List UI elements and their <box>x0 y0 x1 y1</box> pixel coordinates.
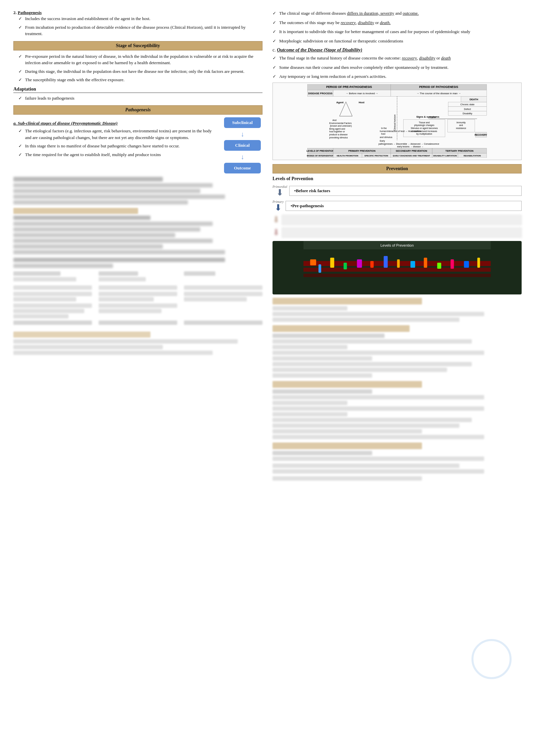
svg-rect-78 <box>319 264 321 273</box>
svg-text:Chronic state: Chronic state <box>460 103 474 106</box>
svg-text:host: host <box>381 133 386 135</box>
svg-text:MODES OF INTERVENTION: MODES OF INTERVENTION <box>307 154 334 157</box>
svg-text:provoking stimulus: provoking stimulus <box>329 136 348 139</box>
recovery-text: recovery <box>341 20 356 25</box>
svg-text:SPECIFIC PROTECTION: SPECIFIC PROTECTION <box>364 154 389 157</box>
prevention-item-tertiary: ⬇ <box>273 228 522 238</box>
subsection-a-label: a. Sub-clinical stages of disease (Presy… <box>13 121 219 126</box>
diag-arrow-1: ↓ <box>241 131 244 137</box>
svg-text:and: and <box>459 124 463 126</box>
svg-rect-89 <box>464 261 469 268</box>
subsection-a-list: The etiological factors (e.g. infectious… <box>13 128 219 158</box>
pathogenesis-header: Pathogenesis <box>13 105 262 115</box>
subsection-a-title: Sub-clinical stages of disease (Presympt… <box>18 121 118 126</box>
prevention-header: Prevention <box>273 164 522 173</box>
svg-text:EARLY DIAGNOSIS AND TREATMENT: EARLY DIAGNOSIS AND TREATMENT <box>393 154 430 157</box>
prevention-item-secondary: ⬇ <box>273 215 522 225</box>
svg-rect-90 <box>477 258 480 268</box>
svg-text:Defect: Defect <box>464 108 471 110</box>
section-2-list: Includes the success invasion and establ… <box>13 15 262 37</box>
outcome-item-1: The final stage in the natural history o… <box>273 55 522 61</box>
svg-rect-85 <box>411 261 415 268</box>
color-visualization: Levels of Prevention <box>273 241 522 294</box>
svg-text:TERTIARY PREVENTION: TERTIARY PREVENTION <box>445 149 473 152</box>
svg-text:(known and unknown): (known and unknown) <box>330 125 352 127</box>
diag-box-clinical: Clinical <box>224 140 261 151</box>
susc-item-1: Pre-exposure period in the natural histo… <box>18 53 262 66</box>
outcome-disease-title: Outcome of the Disease (Stage of Disabil… <box>277 47 362 52</box>
left-column: 2. Pathogenesis Includes the success inv… <box>13 10 262 746</box>
death-text: death. <box>380 20 391 25</box>
svg-text:PRIMARY PREVENTION: PRIMARY PREVENTION <box>348 149 376 152</box>
section-number: 2. <box>13 10 17 15</box>
svg-text:RECOVERY: RECOVERY <box>474 134 487 136</box>
outcome-list: The final stage in the natural history o… <box>273 55 522 80</box>
svg-text:→ The course of the disease in: → The course of the disease in man → <box>417 92 461 95</box>
right-item-1: The clinical stage of different diseases… <box>273 10 522 17</box>
watermark <box>471 639 512 679</box>
right-item-4: Morphologic subdivision or on functional… <box>273 38 522 44</box>
susceptibility-list: Pre-exposure period in the natural histo… <box>13 53 262 83</box>
svg-text:PERIOD OF PRE-PATHOGENESIS: PERIOD OF PRE-PATHOGENESIS <box>326 85 372 89</box>
blurred-right-2 <box>273 325 522 378</box>
susceptibility-header: Stage of Susceptibility <box>13 41 262 50</box>
primary-text: •Pre-pathogenesis <box>291 203 324 208</box>
svg-text:PERIOD OF PATHOGENESIS: PERIOD OF PATHOGENESIS <box>419 85 458 89</box>
section-2-item-1: Includes the success invasion and establ… <box>18 15 262 22</box>
svg-text:And: And <box>332 119 336 121</box>
primordial-arrow-icon: ⬇ <box>276 188 284 197</box>
section-2-item-2: From incubation period to production of … <box>18 24 262 37</box>
svg-text:Levels of Prevention: Levels of Prevention <box>381 243 414 247</box>
rec2: recovery <box>402 55 417 60</box>
subA-item-1: The etiological factors (e.g. infectious… <box>18 128 219 141</box>
svg-text:by multiplication: by multiplication <box>416 133 432 135</box>
svg-text:resistance: resistance <box>456 127 466 129</box>
svg-rect-80 <box>344 263 347 269</box>
outcome-text: outcome. <box>403 11 419 16</box>
svg-text:Early: Early <box>380 140 385 142</box>
blurred-text-2 <box>13 216 262 254</box>
functional-text: functional <box>334 38 352 43</box>
svg-text:DISABILITY LIMITATION: DISABILITY LIMITATION <box>433 154 457 157</box>
right-top-list: The clinical stage of different diseases… <box>273 10 522 44</box>
svg-text:and stimulus: and stimulus <box>380 136 393 138</box>
svg-text:LEVELS OF PREVENTION: LEVELS OF PREVENTION <box>307 149 334 152</box>
svg-text:pathogeneses → Discernible → A: pathogeneses → Discernible → Advanced → … <box>379 142 439 145</box>
blurred-section-2 <box>13 208 262 254</box>
svg-rect-84 <box>397 259 400 268</box>
svg-text:SECONDARY PREVENTION: SECONDARY PREVENTION <box>396 149 427 152</box>
right-item-3: It is important to subdivide this stage … <box>273 28 522 35</box>
svg-rect-87 <box>437 263 441 269</box>
diag-box-outcome: Outcome <box>224 163 261 173</box>
viz-svg: Levels of Prevention <box>273 241 522 294</box>
primary-box: •Pre-pathogenesis <box>286 201 522 211</box>
page: 2. Pathogenesis Includes the success inv… <box>0 0 535 756</box>
prevention-levels-label: Levels of Prevention <box>273 176 522 181</box>
svg-text:early lesions → disease →: early lesions → disease → <box>397 145 424 148</box>
subclinical-section: a. Sub-clinical stages of disease (Presy… <box>13 117 262 173</box>
svg-rect-79 <box>330 258 334 268</box>
blurred-right-1 <box>273 298 522 322</box>
blurred-right-3 <box>273 381 522 439</box>
svg-text:Bring agent and: Bring agent and <box>329 127 345 130</box>
susc-item-3: The susceptibility stage ends with the e… <box>18 77 262 83</box>
dis2: disability <box>419 55 435 60</box>
disease-progression-svg: PERIOD OF PRE-PATHOGENESIS PERIOD OF PAT… <box>274 84 520 158</box>
svg-text:Signs & symptoms: Signs & symptoms <box>416 115 439 118</box>
svg-rect-82 <box>370 261 374 268</box>
outcome-item-2: Some diseases run their course and then … <box>273 64 522 71</box>
diag-box-subclinical: Subclinical <box>224 117 261 128</box>
blurred-bottom-left <box>13 332 262 355</box>
svg-text:Immunity: Immunity <box>456 121 466 124</box>
svg-text:In the: In the <box>381 127 387 129</box>
blurred-section-3 <box>13 258 262 268</box>
section-2: 2. Pathogenesis Includes the success inv… <box>13 10 262 37</box>
right-item-2: The outcomes of this stage may be recove… <box>273 19 522 26</box>
svg-rect-77 <box>310 259 316 265</box>
svg-text:DISEASE PROCESS: DISEASE PROCESS <box>308 92 332 95</box>
therapeutic-text: therapeutic <box>358 38 377 43</box>
prevention-item-primordial: Primordial ⬇ •Before risk factors <box>273 185 522 197</box>
svg-text:host together or: host together or <box>329 130 345 133</box>
subclinical-diagram: Subclinical ↓ Clinical ↓ Outcome <box>222 117 262 173</box>
svg-rect-88 <box>451 259 454 269</box>
